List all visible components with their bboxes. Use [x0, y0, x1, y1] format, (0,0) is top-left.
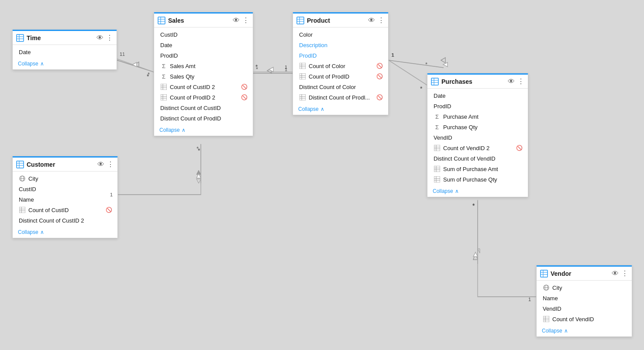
- customer-field-custid: CustID: [13, 184, 117, 194]
- svg-marker-22: [473, 253, 478, 260]
- sales-field-salesamt: Σ Sales Amt: [154, 61, 253, 71]
- sales-field-salesqty: Σ Sales Qty: [154, 71, 253, 82]
- svg-rect-63: [19, 207, 25, 213]
- vendor-field-name: Name: [537, 293, 632, 303]
- vendor-field-vendid: VendID: [537, 303, 632, 314]
- svg-marker-111: [473, 252, 478, 257]
- table-product-body: Color Description ProdID Count of Color …: [293, 27, 388, 104]
- svg-line-105: [389, 60, 427, 85]
- purchases-field-date: Date: [427, 90, 528, 101]
- svg-text:*: *: [425, 61, 427, 68]
- product-eye-icon[interactable]: 👁: [368, 17, 375, 24]
- customer-field-city: City: [13, 173, 117, 184]
- svg-marker-8: [196, 170, 201, 175]
- purchases-field-distinctvendid: Distinct Count of VendID: [427, 153, 528, 164]
- svg-rect-83: [541, 270, 548, 277]
- table-purchases-body: Date ProdID Σ Purchase Amt Σ Purchase Qt…: [427, 89, 528, 186]
- svg-rect-40: [297, 17, 304, 24]
- svg-text:1: 1: [285, 67, 287, 72]
- sales-more-icon[interactable]: ⋮: [242, 16, 249, 24]
- table-sales-body: CustID Date ProdID Σ Sales Amt Σ Sales Q…: [154, 27, 253, 125]
- svg-text:*: *: [472, 202, 475, 209]
- vendor-eye-icon[interactable]: 👁: [612, 270, 619, 278]
- svg-text:*: *: [420, 85, 423, 92]
- svg-marker-104: [269, 67, 273, 72]
- svg-text:1: 1: [122, 51, 125, 57]
- sales-collapse[interactable]: Collapse ∧: [154, 125, 253, 136]
- table-purchases-icon: [431, 78, 439, 86]
- table-purchases-title: Purchases: [441, 78, 508, 85]
- product-collapse[interactable]: Collapse ∧: [293, 104, 388, 115]
- svg-rect-67: [431, 78, 438, 85]
- table-purchases[interactable]: Purchases 👁 ⋮ Date ProdID Σ Purchase Amt…: [427, 73, 528, 197]
- sales-field-countprodid2: Count of ProdID 2 🚫: [154, 92, 253, 103]
- svg-text:1: 1: [285, 65, 287, 70]
- table-customer-actions: 👁 ⋮: [97, 160, 114, 168]
- customer-field-distinctcustid2: Distinct Count of CustID 2: [13, 215, 117, 226]
- svg-marker-100: [196, 174, 201, 178]
- customer-field-countcustid: Count of CustID 🚫: [13, 205, 117, 215]
- svg-marker-9: [196, 179, 201, 183]
- svg-text:1: 1: [528, 297, 531, 302]
- customer-collapse[interactable]: Collapse ∧: [13, 227, 117, 238]
- customer-eye-icon[interactable]: 👁: [97, 161, 104, 168]
- time-field-date: Date: [13, 47, 117, 57]
- svg-marker-97: [132, 62, 137, 67]
- table-product-header: Product 👁 ⋮: [293, 14, 388, 27]
- table-vendor-body: City Name VendID Count of VendID: [537, 281, 632, 326]
- svg-marker-13: [267, 68, 272, 73]
- table-sales[interactable]: Sales 👁 ⋮ CustID Date ProdID Σ Sales Amt…: [154, 12, 253, 136]
- svg-text:*: *: [198, 147, 200, 154]
- svg-rect-71: [434, 145, 440, 151]
- svg-rect-90: [543, 316, 549, 322]
- table-customer[interactable]: Customer 👁 ⋮ City CustID: [12, 156, 118, 238]
- product-more-icon[interactable]: ⋮: [378, 16, 385, 24]
- vendor-more-icon[interactable]: ⋮: [621, 269, 628, 278]
- time-more-icon[interactable]: ⋮: [106, 34, 113, 42]
- svg-marker-3: [134, 62, 139, 67]
- table-product-title: Product: [307, 17, 368, 24]
- table-customer-header: Customer 👁 ⋮: [13, 158, 117, 172]
- customer-more-icon[interactable]: ⋮: [107, 160, 114, 168]
- svg-rect-24: [17, 34, 24, 41]
- vendor-collapse[interactable]: Collapse ∧: [537, 326, 632, 336]
- svg-rect-52: [300, 94, 306, 100]
- svg-line-14: [389, 60, 444, 68]
- table-customer-title: Customer: [27, 161, 97, 168]
- table-time-icon: [16, 34, 24, 42]
- purchases-eye-icon[interactable]: 👁: [508, 78, 515, 86]
- svg-text:1: 1: [120, 51, 122, 57]
- svg-rect-44: [300, 63, 306, 69]
- product-field-distinctprod: Distinct Count of Prodl... 🚫: [293, 92, 388, 103]
- table-vendor[interactable]: Vendor 👁 ⋮ City Name: [536, 265, 632, 337]
- purchases-collapse[interactable]: Collapse ∧: [427, 186, 528, 197]
- table-purchases-header: Purchases 👁 ⋮: [427, 75, 528, 89]
- svg-text:*: *: [196, 145, 199, 152]
- svg-text:*: *: [147, 73, 149, 80]
- vendor-field-city: City: [537, 282, 632, 293]
- svg-text:1: 1: [392, 52, 394, 58]
- table-purchases-actions: 👁 ⋮: [508, 77, 524, 86]
- time-eye-icon[interactable]: 👁: [96, 34, 103, 42]
- sales-field-date: Date: [154, 40, 253, 50]
- sales-field-custid: CustID: [154, 29, 253, 40]
- customer-field-name: Name: [13, 194, 117, 205]
- table-sales-title: Sales: [168, 17, 233, 24]
- svg-rect-79: [434, 176, 440, 182]
- svg-marker-17: [441, 58, 445, 63]
- table-time[interactable]: Time 👁 ⋮ Date Collapse ∧: [12, 30, 117, 70]
- sales-eye-icon[interactable]: 👁: [233, 17, 240, 24]
- svg-rect-75: [434, 166, 440, 172]
- purchases-field-prodid: ProdID: [427, 101, 528, 111]
- table-sales-actions: 👁 ⋮: [233, 16, 249, 24]
- diagram-canvas: 1 * * 1 * 1 1 * * 1: [0, 0, 644, 350]
- purchases-more-icon[interactable]: ⋮: [517, 77, 524, 86]
- svg-text:*: *: [148, 71, 150, 78]
- table-time-body: Date: [13, 45, 117, 59]
- product-field-countprodid: Count of ProdID 🚫: [293, 71, 388, 82]
- table-product[interactable]: Product 👁 ⋮ Color Description ProdID Cou…: [293, 12, 389, 115]
- svg-rect-56: [17, 161, 24, 168]
- table-vendor-icon: [540, 270, 548, 278]
- table-time-header: Time 👁 ⋮: [13, 31, 117, 45]
- time-collapse[interactable]: Collapse ∧: [13, 59, 117, 69]
